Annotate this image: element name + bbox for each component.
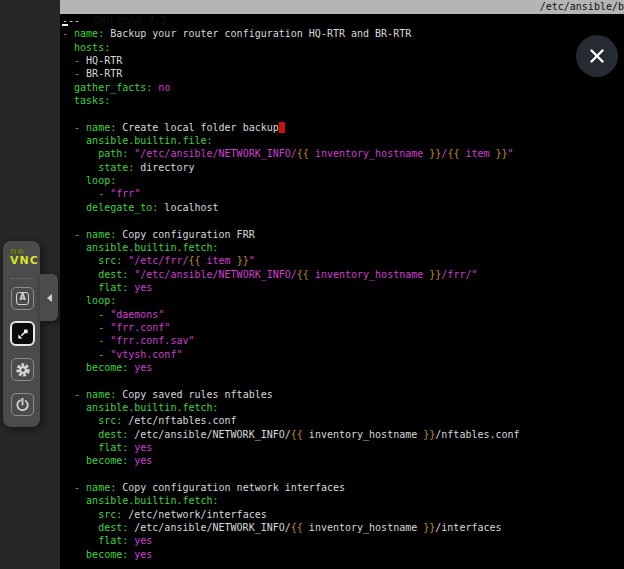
control-bar-divider xyxy=(10,278,33,279)
editor-line: src: "/etc/frr/{{ item }}" xyxy=(62,254,624,267)
editor-line: ansible.builtin.fetch: xyxy=(62,401,624,414)
editor-line: dest: "/etc/ansible/NETWORK_INFO/{{ inve… xyxy=(62,268,624,281)
nano-version: GNU nano 7.2 xyxy=(84,15,166,26)
vnc-control-bar: no VNC A xyxy=(3,241,40,427)
nano-titlebar: GNU nano 7.2 /etc/ansible/b xyxy=(60,0,624,14)
editor-line: state: directory xyxy=(62,161,624,174)
editor-line: loop: xyxy=(62,294,624,307)
editor-line: path: "/etc/ansible/NETWORK_INFO/{{ inve… xyxy=(62,147,624,160)
editor-line: - name: Copy saved rules nftables xyxy=(62,388,624,401)
gear-icon xyxy=(15,362,31,378)
editor-line: - "frr.conf.sav" xyxy=(62,334,624,347)
editor-line xyxy=(62,374,624,387)
editor-line: flat: yes xyxy=(62,441,624,454)
editor-line: ansible.builtin.fetch: xyxy=(62,241,624,254)
editor-line: - name: Copy configuration network inter… xyxy=(62,481,624,494)
control-bar-handle[interactable] xyxy=(40,274,58,321)
editor-content[interactable]: ---- name: Backup your router configurat… xyxy=(60,14,624,561)
editor-line: hosts: xyxy=(62,41,624,54)
editor-line: - HQ-RTR xyxy=(62,54,624,67)
novnc-logo-bottom: VNC xyxy=(10,256,39,265)
editor-line: - name: Create local folder backup xyxy=(62,121,624,134)
settings-button[interactable] xyxy=(11,358,34,381)
editor-line xyxy=(62,468,624,481)
editor-line: - "frr" xyxy=(62,187,624,200)
fullscreen-button[interactable] xyxy=(10,321,35,346)
editor-line xyxy=(62,214,624,227)
editor-line: become: yes xyxy=(62,361,624,374)
close-icon xyxy=(576,35,618,77)
editor-line: become: yes xyxy=(62,454,624,467)
editor-line: dest: /etc/ansible/NETWORK_INFO/{{ inven… xyxy=(62,521,624,534)
editor-line: tasks: xyxy=(62,94,624,107)
editor-line: flat: yes xyxy=(62,534,624,547)
editor-line: - "daemons" xyxy=(62,308,624,321)
editor-line: - "vtysh.conf" xyxy=(62,348,624,361)
editor-line: become: yes xyxy=(62,548,624,561)
editor-line: ansible.builtin.file: xyxy=(62,134,624,147)
chevron-left-icon xyxy=(47,294,52,302)
nano-filename: /etc/ansible/b xyxy=(540,0,624,14)
editor-line: flat: yes xyxy=(62,281,624,294)
editor-line: - name: Copy configuration FRR xyxy=(62,228,624,241)
novnc-logo: no VNC xyxy=(10,247,39,265)
vnc-remote-screen[interactable]: GNU nano 7.2 /etc/ansible/b ---- name: B… xyxy=(60,0,624,569)
editor-line: src: /etc/nftables.conf xyxy=(62,414,624,427)
disconnect-button[interactable] xyxy=(11,393,34,416)
editor-line: dest: /etc/ansible/NETWORK_INFO/{{ inven… xyxy=(62,428,624,441)
editor-line: ansible.builtin.fetch: xyxy=(62,494,624,507)
fullscreen-icon xyxy=(16,327,30,341)
power-icon xyxy=(15,397,30,412)
editor-line: src: /etc/network/interfaces xyxy=(62,508,624,521)
editor-line xyxy=(62,107,624,120)
editor-line: - "frr.conf" xyxy=(62,321,624,334)
editor-line: gather_facts: no xyxy=(62,81,624,94)
editor-line: delegate_to: localhost xyxy=(62,201,624,214)
editor-line: - name: Backup your router configuration… xyxy=(62,27,624,40)
extra-keys-button[interactable]: A xyxy=(11,287,34,310)
keyboard-key-icon: A xyxy=(16,292,29,305)
editor-line: loop: xyxy=(62,174,624,187)
editor-line: - BR-RTR xyxy=(62,67,624,80)
close-button[interactable] xyxy=(576,35,618,77)
